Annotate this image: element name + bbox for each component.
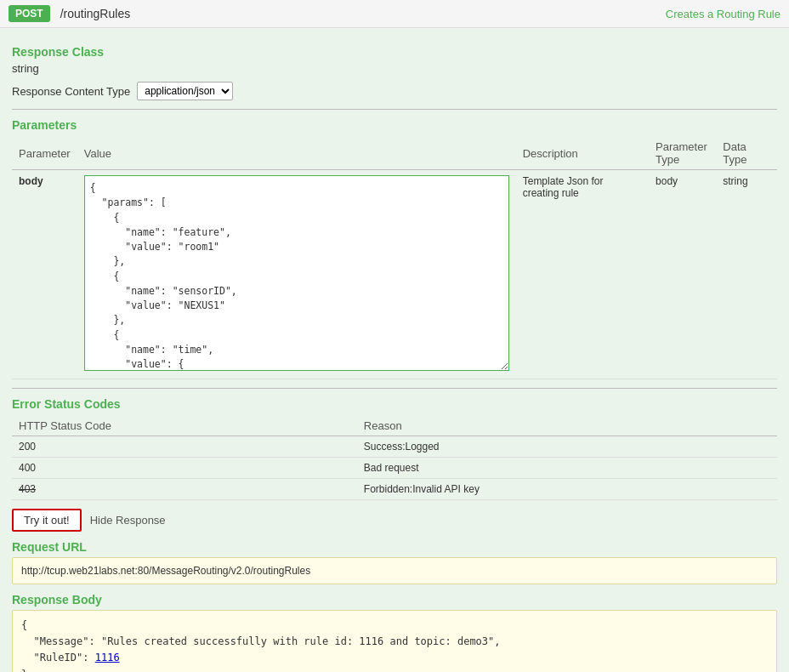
endpoint-path: /routingRules [60,7,656,20]
hide-response-link[interactable]: Hide Response [90,514,166,527]
status-code-200: 200 [12,436,357,458]
table-row: 200 Success:Logged [12,436,777,458]
method-badge: POST [9,5,50,22]
response-body-box: { "Message": "Rules created successfully… [12,610,777,672]
col-param-type: Parameter Type [649,137,716,170]
error-status-table: HTTP Status Code Reason 200 Success:Logg… [12,416,777,500]
creates-rule-label: Creates a Routing Rule [666,8,780,20]
col-value: Value [77,137,516,170]
response-content-type-select[interactable]: application/json [137,82,233,100]
param-data-type-value: string [716,170,777,379]
parameters-table: Parameter Value Description Parameter Ty… [12,137,777,379]
response-body-line4: } [21,669,27,672]
col-parameter: Parameter [12,137,77,170]
header-bar: POST /routingRules Creates a Routing Rul… [0,0,789,28]
response-rule-id: 1116 [95,652,120,663]
json-textarea-wrapper: { "params": [ { "name": "feature", "valu… [84,175,509,373]
param-description: Template Json for creating rule [516,170,649,379]
response-body-line3-prefix: "RuleID": [21,652,95,663]
response-class-value: string [12,62,777,75]
col-http-status: HTTP Status Code [12,416,357,436]
json-body-textarea[interactable]: { "params": [ { "name": "feature", "valu… [84,175,509,371]
request-url-title: Request URL [12,540,777,554]
param-value-cell: { "params": [ { "name": "feature", "valu… [77,170,516,379]
response-class-title: Response Class [12,45,777,59]
response-body-line1: { [21,619,27,631]
error-status-codes-title: Error Status Codes [12,397,777,411]
try-it-out-button[interactable]: Try it out! [12,509,82,532]
param-type-value: body [649,170,716,379]
status-reason-403: Forbidden:Invalid API key [357,479,777,500]
request-url-box: http://tcup.web21labs.net:80/MessageRout… [12,557,777,584]
status-code-400: 400 [12,458,357,479]
table-row: body { "params": [ { "name": "feature", … [12,170,777,379]
parameters-title: Parameters [12,118,777,132]
col-description: Description [516,137,649,170]
col-data-type: Data Type [716,137,777,170]
param-name: body [12,170,77,379]
col-reason: Reason [357,416,777,436]
status-reason-400: Bad request [357,458,777,479]
action-row: Try it out! Hide Response [12,509,777,532]
main-content: Response Class string Response Content T… [0,28,789,672]
response-body-line2: "Message": "Rules created successfully w… [21,635,501,647]
response-body-title: Response Body [12,593,777,607]
status-code-403: 403 [12,479,357,500]
table-row: 403 Forbidden:Invalid API key [12,479,777,500]
response-content-type-label: Response Content Type [12,85,130,98]
status-reason-200: Success:Logged [357,436,777,458]
table-row: 400 Bad request [12,458,777,479]
response-content-type-row: Response Content Type application/json [12,82,777,100]
